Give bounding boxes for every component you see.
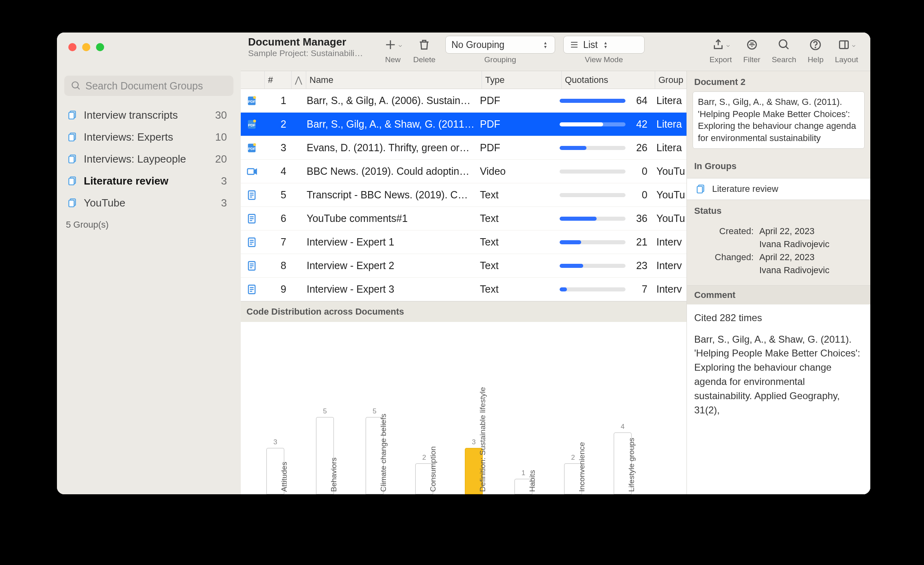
pdf-icon: PDF [246, 95, 257, 106]
inspector: Document 2 Barr, S., Gilg, A., & Shaw, G… [686, 71, 870, 494]
search-icon [778, 38, 791, 51]
filter-button[interactable]: Filter [737, 36, 766, 64]
window-controls [64, 33, 233, 51]
sidebar-item-interview-transcripts[interactable]: Interview transcripts 30 [64, 105, 233, 125]
export-button[interactable]: ⌵ Export [704, 36, 738, 64]
svg-point-0 [72, 82, 78, 88]
inspector-comment-title: Comment [687, 285, 870, 304]
window-subtitle: Sample Project: Sustainabili… [248, 48, 378, 58]
column-number[interactable]: # [264, 71, 291, 89]
document-groups-list: Interview transcripts 30 Interviews: Exp… [64, 105, 233, 213]
chart-bar[interactable]: 2 Consumption [414, 454, 434, 494]
grouping-control[interactable]: No Grouping ▴▾ Grouping [441, 36, 559, 64]
svg-rect-58 [697, 186, 702, 193]
chart-title: Code Distribution across Documents [246, 306, 404, 317]
svg-point-35 [253, 143, 256, 146]
chart-bar[interactable]: 4 Lifestyle groups [612, 423, 633, 494]
close-window-button[interactable] [68, 43, 76, 51]
svg-rect-3 [69, 113, 74, 119]
text-icon [246, 237, 257, 248]
svg-text:PDF: PDF [248, 123, 256, 127]
app-window: Search Document Groups Interview transcr… [57, 33, 870, 494]
pdf-icon: PDF [246, 142, 257, 154]
svg-text:PDF: PDF [248, 99, 256, 103]
svg-rect-5 [69, 135, 74, 141]
column-quotations[interactable]: Quotations [561, 71, 655, 89]
export-icon [712, 38, 725, 51]
search-placeholder: Search Document Groups [85, 80, 203, 92]
help-icon [809, 38, 822, 51]
delete-button[interactable]: Delete [408, 36, 441, 64]
svg-point-29 [253, 96, 256, 99]
toolbar: Document Manager Sample Project: Sustain… [241, 33, 870, 71]
sidebar-item-literature-review[interactable]: Literature review 3 [64, 171, 233, 191]
window-title: Document Manager [248, 36, 378, 48]
sidebar-footer: 5 Group(s) [64, 219, 233, 230]
chart-bar[interactable]: 5 Climate change beliefs [364, 407, 385, 494]
new-button[interactable]: ⌵ New [378, 36, 408, 64]
text-icon [246, 260, 257, 272]
layout-button[interactable]: ⌵ Layout [829, 36, 864, 64]
svg-point-32 [253, 120, 256, 122]
text-icon [246, 213, 257, 224]
text-icon [246, 189, 257, 201]
search-icon [71, 80, 81, 91]
chart-bar[interactable]: 2 Inconvenience [563, 454, 583, 494]
documents-icon [696, 184, 706, 194]
minimize-window-button[interactable] [82, 43, 90, 51]
help-button[interactable]: Help [802, 36, 829, 64]
documents-icon [68, 154, 78, 164]
filter-icon [745, 38, 758, 51]
video-icon [246, 166, 257, 177]
svg-rect-11 [69, 200, 74, 207]
column-type[interactable]: Type [482, 71, 561, 89]
documents-icon [68, 110, 78, 120]
search-input[interactable]: Search Document Groups [64, 76, 233, 96]
documents-icon [68, 176, 78, 186]
svg-point-21 [779, 40, 787, 48]
sidebar-item-youtube[interactable]: YouTube 3 [64, 193, 233, 213]
svg-line-22 [786, 46, 789, 49]
view-mode-control[interactable]: List ▴▾ View Mode [559, 36, 649, 64]
inspector-doc-title: Document 2 [687, 71, 870, 91]
svg-rect-7 [69, 156, 74, 163]
chart-bar[interactable]: 5 Behaviors [315, 407, 335, 494]
sidebar-item-interviews-experts[interactable]: Interviews: Experts 10 [64, 127, 233, 147]
title-block: Document Manager Sample Project: Sustain… [248, 36, 378, 58]
sidebar-item-interviews-laypeople[interactable]: Interviews: Laypeople 20 [64, 149, 233, 169]
chevron-updown-icon: ▴▾ [542, 41, 549, 48]
search-button[interactable]: Search [766, 36, 802, 64]
pdf-icon: PDF [246, 119, 257, 130]
svg-line-1 [77, 87, 79, 89]
inspector-bib-box[interactable]: Barr, S., Gilg, A., & Shaw, G. (2011). '… [693, 91, 865, 149]
trash-icon [418, 38, 431, 51]
chevron-updown-icon: ▴▾ [602, 41, 609, 48]
svg-rect-25 [840, 41, 848, 49]
chart-bar[interactable]: 1 Habits [513, 469, 534, 494]
zoom-window-button[interactable] [96, 43, 104, 51]
svg-point-24 [815, 47, 816, 48]
chart-bar[interactable]: 3 Definition: Sustainable lifestyle [464, 438, 484, 494]
text-icon [246, 284, 257, 295]
plus-icon [384, 38, 397, 51]
list-icon [569, 40, 579, 50]
inspector-comment-body[interactable]: Cited 282 times Barr, S., Gilg, A., & Sh… [687, 304, 870, 494]
chart-bar[interactable]: 3 Attitudes [265, 438, 285, 494]
inspector-group-row[interactable]: Literature review [687, 178, 870, 200]
layout-icon [837, 38, 850, 51]
documents-icon [68, 198, 78, 208]
documents-icon [68, 132, 78, 142]
sidebar: Search Document Groups Interview transcr… [57, 33, 241, 494]
svg-rect-9 [69, 178, 74, 185]
sort-indicator[interactable]: ⋀ [291, 71, 306, 89]
status-grid: Created: April 22, 2023 Ivana Radivojevi… [687, 220, 870, 285]
column-name[interactable]: Name [306, 71, 482, 89]
inspector-status-title: Status [687, 200, 870, 220]
inspector-in-groups-title: In Groups [687, 155, 870, 176]
svg-text:PDF: PDF [248, 146, 256, 150]
svg-rect-36 [248, 169, 254, 174]
